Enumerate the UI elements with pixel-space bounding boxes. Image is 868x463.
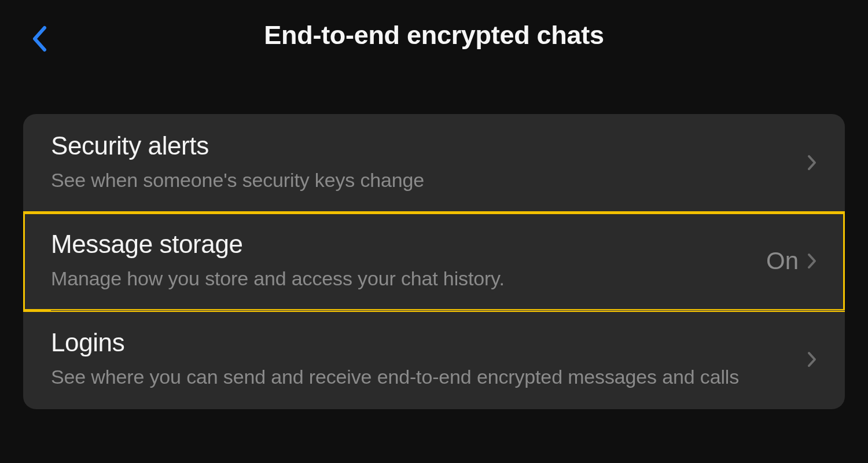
item-trailing	[807, 154, 817, 171]
chevron-right-icon	[807, 351, 817, 368]
item-content: Security alerts See when someone's secur…	[51, 131, 793, 194]
item-content: Message storage Manage how you store and…	[51, 230, 752, 292]
list-item-message-storage[interactable]: Message storage Manage how you store and…	[23, 212, 845, 311]
list-item-security-alerts[interactable]: Security alerts See when someone's secur…	[23, 114, 845, 212]
list-item-logins[interactable]: Logins See where you can send and receiv…	[23, 311, 845, 409]
back-button[interactable]	[28, 25, 51, 52]
item-trailing	[807, 351, 817, 368]
item-trailing: On	[766, 247, 817, 275]
item-subtitle: See when someone's security keys change	[51, 167, 793, 194]
chevron-left-icon	[31, 25, 47, 52]
settings-list: Security alerts See when someone's secur…	[23, 114, 845, 409]
item-title: Security alerts	[51, 131, 793, 160]
chevron-right-icon	[807, 252, 817, 270]
page-header: End-to-end encrypted chats	[0, 0, 868, 78]
page-title: End-to-end encrypted chats	[23, 20, 845, 50]
item-content: Logins See where you can send and receiv…	[51, 328, 793, 391]
chevron-right-icon	[807, 154, 817, 171]
item-subtitle: Manage how you store and access your cha…	[51, 266, 752, 292]
item-subtitle: See where you can send and receive end-t…	[51, 364, 793, 391]
item-title: Logins	[51, 328, 793, 357]
item-title: Message storage	[51, 230, 752, 259]
item-value: On	[766, 247, 799, 275]
